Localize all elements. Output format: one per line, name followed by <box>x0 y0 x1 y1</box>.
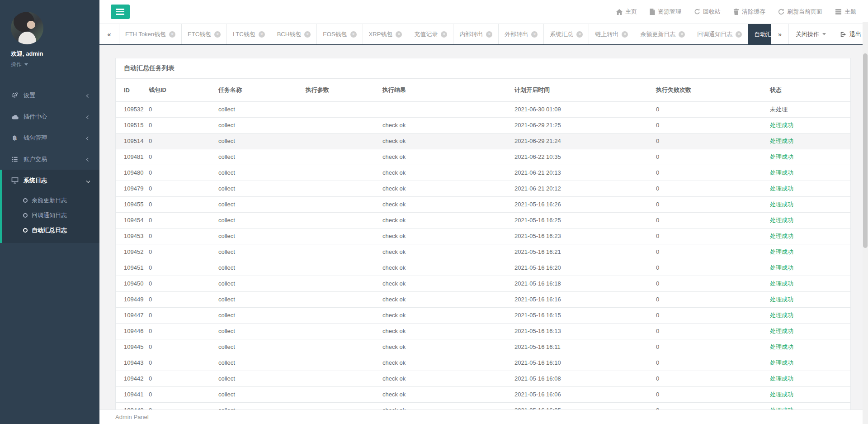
tab-close-icon[interactable]: × <box>441 31 447 38</box>
cell-id: 109447 <box>116 308 141 324</box>
table-row[interactable]: 1094410collectcheck ok2021-05-16 16:060处… <box>116 387 850 403</box>
tab-close-icon[interactable]: × <box>622 31 628 38</box>
table-row[interactable]: 1095320collect2021-06-30 01:090未处理 <box>116 102 850 118</box>
cell-id: 109514 <box>116 133 141 149</box>
tabs-strip: ETH Token钱包×ETC钱包×LTC钱包×BCH钱包×EOS钱包×XRP钱… <box>119 24 771 44</box>
list-icon <box>11 156 19 162</box>
tab-close-icon[interactable]: × <box>304 31 311 38</box>
table-row[interactable]: 1094790collectcheck ok2021-06-21 20:120处… <box>116 181 850 197</box>
table-row[interactable]: 1094810collectcheck ok2021-06-22 10:350处… <box>116 149 850 165</box>
scrollbar-thumb[interactable] <box>863 53 868 248</box>
tab-close-icon[interactable]: × <box>259 31 265 38</box>
cell-time: 2021-05-16 16:11 <box>506 339 648 355</box>
cell-fails: 0 <box>648 292 762 308</box>
tab-close-icon[interactable]: × <box>486 31 492 38</box>
tab-EOS钱包[interactable]: EOS钱包× <box>317 24 363 44</box>
column-header: 任务名称 <box>210 79 297 102</box>
tab-close-icon[interactable]: × <box>531 31 538 38</box>
topnav-item[interactable]: 主题 <box>835 8 856 16</box>
sidebar-toggle-button[interactable] <box>111 5 130 19</box>
tab-label: 自动汇总日志 <box>754 30 771 38</box>
cell-params <box>297 387 374 403</box>
tab-close-icon[interactable]: × <box>169 31 175 38</box>
cell-result: check ok <box>374 387 506 403</box>
cell-result <box>374 102 506 118</box>
table-row[interactable]: 1094430collectcheck ok2021-05-16 16:100处… <box>116 355 850 371</box>
tab-close-icon[interactable]: × <box>396 31 402 38</box>
topnav-label: 刷新当前页面 <box>787 8 822 16</box>
sidebar-item[interactable]: 账户交易 <box>0 148 99 170</box>
topnav-item[interactable]: 清除缓存 <box>733 8 765 16</box>
table-row[interactable]: 1094800collectcheck ok2021-06-21 20:130处… <box>116 165 850 181</box>
table-row[interactable]: 1094400collectcheck ok2021-05-16 16:050处… <box>116 403 850 410</box>
table-row[interactable]: 1094550collectcheck ok2021-05-16 16:260处… <box>116 197 850 213</box>
tab-XRP钱包[interactable]: XRP钱包× <box>363 24 409 44</box>
tab-系统汇总[interactable]: 系统汇总× <box>544 24 589 44</box>
sidebar-item[interactable]: 设置 <box>0 85 99 106</box>
tab-label: 内部转出 <box>459 30 483 38</box>
sidebar-subitem[interactable]: 回调通知日志 <box>2 208 99 223</box>
tab-close-icon[interactable]: × <box>679 31 685 38</box>
column-header: 钱包ID <box>141 79 210 102</box>
sidebar-item[interactable]: ฿钱包管理 <box>0 127 99 148</box>
tab-回调通知日志[interactable]: 回调通知日志× <box>691 24 748 44</box>
tab-close-icon[interactable]: × <box>736 31 742 38</box>
tab-ETH Token钱包[interactable]: ETH Token钱包× <box>119 24 182 44</box>
tab-BCH钱包[interactable]: BCH钱包× <box>271 24 317 44</box>
table-row[interactable]: 1094530collectcheck ok2021-05-16 16:230处… <box>116 229 850 244</box>
cell-fails: 0 <box>648 339 762 355</box>
tab-close-icon[interactable]: × <box>350 31 357 38</box>
table-row[interactable]: 1094540collectcheck ok2021-05-16 16:250处… <box>116 213 850 229</box>
tab-LTC钱包[interactable]: LTC钱包× <box>227 24 271 44</box>
sidebar-subitem[interactable]: 余额更新日志 <box>2 193 99 208</box>
cell-task: collect <box>210 339 297 355</box>
top-nav: 主页资源管理回收站清除缓存刷新当前页面主题 <box>616 8 856 16</box>
table-row[interactable]: 1095150collectcheck ok2021-06-29 21:250处… <box>116 118 850 133</box>
tab-链上转出[interactable]: 链上转出× <box>589 24 634 44</box>
avatar[interactable] <box>11 12 43 44</box>
table-row[interactable]: 1094520collectcheck ok2021-05-16 16:210处… <box>116 244 850 260</box>
sidebar-item-label: 设置 <box>24 91 35 100</box>
tab-close-icon[interactable]: × <box>576 31 583 38</box>
close-operations-dropdown[interactable]: 关闭操作 <box>788 24 833 44</box>
topnav-item[interactable]: 资源管理 <box>650 8 681 16</box>
tab-ETC钱包[interactable]: ETC钱包× <box>182 24 227 44</box>
cell-task: collect <box>210 260 297 276</box>
vertical-scrollbar[interactable] <box>863 22 868 424</box>
cell-time: 2021-05-16 16:06 <box>506 387 648 403</box>
cell-id: 109480 <box>116 165 141 181</box>
table-row[interactable]: 1094490collectcheck ok2021-05-16 16:160处… <box>116 292 850 308</box>
table-row[interactable]: 1094500collectcheck ok2021-05-16 16:180处… <box>116 276 850 292</box>
topnav-item[interactable]: 回收站 <box>694 8 721 16</box>
table-row[interactable]: 1094470collectcheck ok2021-05-16 16:150处… <box>116 308 850 324</box>
sidebar-subitem-label: 余额更新日志 <box>32 196 67 205</box>
sidebar-active-section: 系统日志余额更新日志回调通知日志自动汇总日志 <box>0 170 99 243</box>
cell-params <box>297 324 374 339</box>
tab-内部转出[interactable]: 内部转出× <box>453 24 499 44</box>
topnav-label: 资源管理 <box>658 8 681 16</box>
table-row[interactable]: 1095140collectcheck ok2021-06-29 21:240处… <box>116 133 850 149</box>
table-row[interactable]: 1094450collectcheck ok2021-05-16 16:110处… <box>116 339 850 355</box>
tab-外部转出[interactable]: 外部转出× <box>499 24 544 44</box>
tab-自动汇总日志[interactable]: 自动汇总日志× <box>748 24 771 44</box>
table-row[interactable]: 1094460collectcheck ok2021-05-16 16:130处… <box>116 324 850 339</box>
cell-params <box>297 339 374 355</box>
cell-result: check ok <box>374 403 506 410</box>
cell-status: 处理成功 <box>762 387 850 403</box>
sidebar-item[interactable]: 系统日志 <box>2 170 99 191</box>
topnav-item[interactable]: 刷新当前页面 <box>778 8 822 16</box>
tab-充值记录[interactable]: 充值记录× <box>408 24 453 44</box>
user-action-dropdown[interactable]: 操作 <box>11 61 99 68</box>
cell-task: collect <box>210 276 297 292</box>
topnav-item[interactable]: 主页 <box>616 8 637 16</box>
sidebar-subitem[interactable]: 自动汇总日志 <box>2 223 99 238</box>
table-row[interactable]: 1094420collectcheck ok2021-05-16 16:080处… <box>116 371 850 387</box>
tabs-scroll-right-button[interactable]: » <box>771 24 788 44</box>
tab-余额更新日志[interactable]: 余额更新日志× <box>634 24 691 44</box>
tabs-scroll-left-button[interactable]: « <box>99 24 119 44</box>
sidebar-item[interactable]: 插件中心 <box>0 106 99 127</box>
tab-close-icon[interactable]: × <box>214 31 221 38</box>
cell-result: check ok <box>374 133 506 149</box>
sign-out-icon <box>840 31 846 38</box>
table-row[interactable]: 1094510collectcheck ok2021-05-16 16:200处… <box>116 260 850 276</box>
